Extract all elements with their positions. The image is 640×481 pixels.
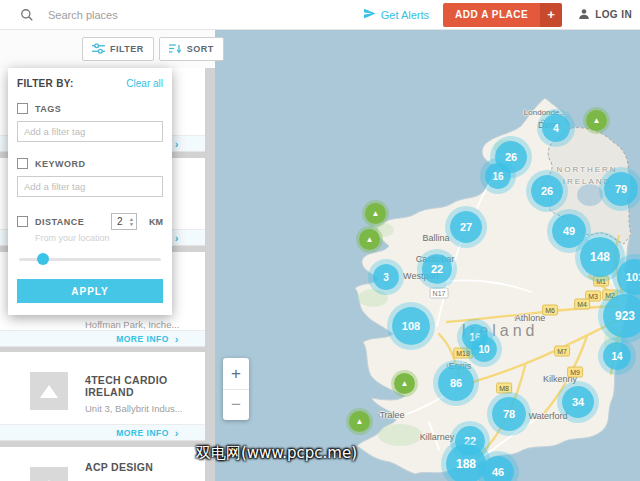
map-cluster[interactable]: 188: [446, 444, 486, 481]
map-label: Killarney: [420, 432, 455, 442]
distance-row: DISTANCE 2 ▲ ▼ KM: [17, 213, 163, 230]
map-cluster[interactable]: 34: [562, 386, 594, 418]
tags-input[interactable]: [17, 121, 163, 142]
road-badge: M7: [554, 346, 570, 357]
search-input[interactable]: [48, 9, 268, 21]
map-cluster[interactable]: 26: [531, 175, 563, 207]
distance-unit-label: KM: [149, 217, 163, 227]
sort-button[interactable]: SORT: [159, 37, 224, 61]
list-item[interactable]: ACP DESIGN MORE INFO ›: [0, 447, 205, 481]
map-cluster[interactable]: 46: [482, 456, 514, 481]
add-place-label: ADD A PLACE: [443, 3, 540, 27]
add-place-button[interactable]: ADD A PLACE +: [443, 3, 562, 27]
map-label: Tralee: [379, 410, 404, 420]
map-cluster[interactable]: 79: [604, 172, 638, 206]
map-label: NORTHERN: [556, 165, 617, 174]
distance-checkbox[interactable]: [17, 216, 28, 227]
filter-panel: FILTER BY: Clear all TAGS KEYWORD DISTAN…: [8, 68, 172, 315]
filter-panel-header: FILTER BY: Clear all: [17, 78, 163, 89]
road-badge: M6: [542, 305, 558, 316]
distance-label: DISTANCE: [35, 217, 84, 227]
filter-icon: [92, 43, 105, 56]
green-triangle-marker[interactable]: ▲: [349, 411, 370, 432]
map-cluster[interactable]: 14: [603, 342, 631, 370]
placeholder-image: [30, 372, 68, 410]
distance-value: 2: [117, 216, 127, 227]
search-icon: [20, 8, 34, 22]
green-triangle-marker[interactable]: ▲: [586, 110, 607, 131]
filter-by-title: FILTER BY:: [17, 78, 74, 89]
user-icon: [578, 8, 590, 22]
chevron-right-icon: ›: [175, 427, 179, 439]
road-badge: M4: [574, 299, 590, 310]
distance-slider[interactable]: [19, 253, 161, 265]
more-info-link[interactable]: MORE INFO ›: [0, 330, 205, 346]
sort-button-label: SORT: [187, 44, 214, 54]
list-toolbar: FILTER SORT: [0, 30, 215, 68]
apply-button[interactable]: APPLY: [17, 279, 163, 303]
tags-label: TAGS: [35, 104, 61, 114]
road-badge: M9: [567, 367, 583, 378]
green-triangle-marker[interactable]: ▲: [359, 229, 380, 250]
placeholder-triangle-icon: [40, 385, 58, 398]
map[interactable]: Londonde...DerryNORTHERNIRELANDBallinaCa…: [215, 30, 640, 481]
map-cluster[interactable]: 4: [542, 114, 570, 142]
keyword-row: KEYWORD: [17, 158, 163, 169]
list-item-text: Hoffman Park, Inche...: [85, 314, 197, 330]
chevron-right-icon: ›: [175, 333, 179, 345]
tags-checkbox[interactable]: [17, 103, 28, 114]
list-item-text: ACP DESIGN: [85, 461, 197, 478]
stepper-down-icon[interactable]: ▼: [129, 222, 134, 227]
login-label: LOG IN: [595, 9, 632, 20]
road-badge: M8: [496, 383, 512, 394]
map-cluster[interactable]: 27: [450, 211, 482, 243]
get-alerts-link[interactable]: Get Alerts: [363, 7, 429, 22]
green-triangle-marker[interactable]: ▲: [394, 373, 415, 394]
map-cluster[interactable]: 49: [552, 214, 586, 248]
slider-thumb[interactable]: [37, 253, 49, 265]
send-icon: [363, 7, 376, 22]
chevron-right-icon: ›: [175, 232, 179, 244]
plus-icon: +: [540, 3, 562, 27]
stepper-arrows[interactable]: ▲ ▼: [127, 217, 136, 227]
filter-button[interactable]: FILTER: [82, 37, 154, 61]
list-item-subtitle: Unit 3, Ballybrit Indus...: [85, 403, 197, 414]
map-cluster[interactable]: 22: [422, 254, 452, 284]
map-label: Waterford: [528, 411, 567, 421]
clear-all-link[interactable]: Clear all: [126, 78, 163, 89]
zoom-out-button[interactable]: −: [223, 389, 249, 420]
more-info-label: MORE INFO: [116, 428, 169, 438]
list-item-title: 4TECH CARDIO IRELAND: [85, 374, 197, 398]
login-button[interactable]: LOG IN: [578, 8, 632, 22]
zoom-in-button[interactable]: +: [223, 358, 249, 389]
keyword-input[interactable]: [17, 176, 163, 197]
map-cluster[interactable]: 78: [492, 397, 526, 431]
map-cluster[interactable]: 101: [617, 259, 640, 295]
map-cluster[interactable]: 10: [471, 336, 497, 362]
map-cluster[interactable]: 148: [580, 237, 620, 277]
list-item[interactable]: 4TECH CARDIO IRELAND Unit 3, Ballybrit I…: [0, 352, 205, 441]
keyword-checkbox[interactable]: [17, 158, 28, 169]
zoom-control: + −: [223, 358, 249, 420]
map-cluster[interactable]: 86: [438, 365, 474, 401]
map-label: Ballina: [422, 233, 449, 243]
map-cluster[interactable]: 3: [373, 264, 399, 290]
distance-stepper[interactable]: 2 ▲ ▼: [111, 213, 137, 230]
map-cluster[interactable]: 923: [603, 294, 640, 338]
list-item-text: 4TECH CARDIO IRELAND Unit 3, Ballybrit I…: [85, 374, 197, 414]
list-item-subtitle: Hoffman Park, Inche...: [85, 319, 197, 330]
map-cluster[interactable]: 108: [392, 307, 430, 345]
map-cluster[interactable]: 16: [485, 163, 511, 189]
green-triangle-marker[interactable]: ▲: [365, 203, 386, 224]
more-info-link[interactable]: MORE INFO ›: [0, 424, 205, 440]
sort-icon: [169, 43, 182, 56]
keyword-label: KEYWORD: [35, 159, 86, 169]
road-badge: M1: [593, 276, 609, 287]
tags-row: TAGS: [17, 103, 163, 114]
chevron-right-icon: ›: [175, 138, 179, 150]
road-badge: N17: [430, 288, 449, 299]
placeholder-image: [30, 467, 68, 481]
top-bar: Get Alerts ADD A PLACE + LOG IN: [0, 0, 640, 30]
map-marker-layer: Londonde...DerryNORTHERNIRELANDBallinaCa…: [215, 30, 640, 481]
distance-hint: From your location: [35, 233, 163, 243]
